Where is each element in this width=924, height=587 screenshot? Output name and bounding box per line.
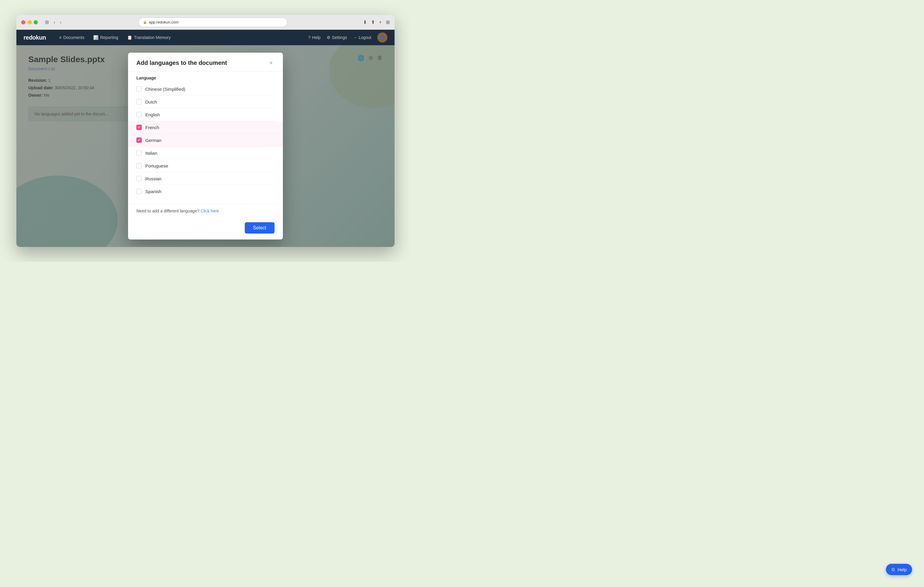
modal-footer-text: Need to add a different language? Click … bbox=[128, 204, 283, 218]
brand-logo: redokun bbox=[23, 34, 46, 41]
nav-translation-memory-label: Translation Memory bbox=[134, 35, 171, 40]
address-bar[interactable]: 🔒 app.redokun.com bbox=[139, 18, 287, 27]
checkbox-spanish[interactable] bbox=[136, 189, 142, 194]
nav-translation-memory[interactable]: 📋 Translation Memory bbox=[124, 33, 174, 42]
new-tab-icon[interactable]: + bbox=[379, 20, 382, 25]
modal-close-button[interactable]: × bbox=[267, 59, 274, 66]
list-item[interactable]: Chinese (Simplified) bbox=[136, 83, 274, 95]
checkbox-french[interactable] bbox=[136, 125, 142, 130]
back-button[interactable]: ‹ bbox=[53, 18, 56, 26]
documents-icon: ≡ bbox=[59, 35, 61, 40]
nav-documents[interactable]: ≡ Documents bbox=[55, 33, 88, 42]
navbar-links: ≡ Documents 📊 Reporting 📋 Translation Me… bbox=[55, 33, 299, 42]
grid-icon[interactable]: ⊞ bbox=[386, 19, 390, 25]
close-button[interactable] bbox=[21, 20, 25, 25]
list-item[interactable]: Portuguese bbox=[136, 159, 274, 172]
browser-controls: ⊞ ‹ › bbox=[44, 18, 63, 26]
language-name: German bbox=[145, 138, 162, 143]
share-icon[interactable]: ⬆ bbox=[371, 19, 375, 25]
list-item[interactable]: Dutch bbox=[136, 95, 274, 108]
language-name: Russian bbox=[145, 176, 162, 181]
nav-settings-label: Settings bbox=[332, 35, 347, 40]
checkbox-dutch[interactable] bbox=[136, 99, 142, 104]
maximize-button[interactable] bbox=[34, 20, 38, 25]
traffic-lights bbox=[21, 20, 38, 25]
checkbox-chinese[interactable] bbox=[136, 86, 142, 92]
nav-documents-label: Documents bbox=[63, 35, 84, 40]
modal-body: Language Chinese (Simplified) Dutch bbox=[128, 71, 283, 204]
settings-icon: ⚙ bbox=[327, 35, 330, 40]
nav-logout-label: Logout bbox=[358, 35, 371, 40]
list-item[interactable]: English bbox=[136, 108, 274, 121]
list-item[interactable]: Russian bbox=[136, 172, 274, 185]
modal: Add languages to the document × Language… bbox=[128, 53, 283, 240]
address-bar-container: 🔒 app.redokun.com bbox=[66, 18, 360, 27]
download-icon[interactable]: ⬇ bbox=[363, 19, 367, 25]
translation-memory-icon: 📋 bbox=[127, 35, 132, 40]
select-button[interactable]: Select bbox=[245, 222, 274, 233]
language-name: Portuguese bbox=[145, 163, 168, 168]
list-item[interactable]: French bbox=[128, 121, 283, 134]
navbar: redokun ≡ Documents 📊 Reporting 📋 Transl… bbox=[16, 30, 394, 45]
modal-title: Add languages to the document bbox=[136, 59, 227, 66]
checkbox-portuguese[interactable] bbox=[136, 163, 142, 168]
footer-link[interactable]: Click here bbox=[200, 209, 219, 213]
browser-right-controls: ⬇ ⬆ + ⊞ bbox=[363, 19, 390, 25]
help-nav-icon: ? bbox=[308, 35, 310, 40]
checkbox-german[interactable] bbox=[136, 138, 142, 143]
language-name: Spanish bbox=[145, 189, 162, 194]
list-item[interactable]: Spanish bbox=[136, 185, 274, 197]
language-name: French bbox=[145, 125, 159, 130]
avatar-initial: 👤 bbox=[380, 35, 385, 40]
modal-footer: Select bbox=[128, 218, 283, 240]
language-header: Language bbox=[136, 71, 274, 83]
checkbox-english[interactable] bbox=[136, 112, 142, 117]
modal-overlay: Add languages to the document × Language… bbox=[16, 45, 394, 247]
language-name: Italian bbox=[145, 151, 157, 156]
language-name: Chinese (Simplified) bbox=[145, 87, 185, 92]
minimize-button[interactable] bbox=[27, 20, 31, 25]
nav-reporting[interactable]: 📊 Reporting bbox=[90, 33, 122, 42]
checkbox-russian[interactable] bbox=[136, 176, 142, 181]
nav-help-label: Help bbox=[312, 35, 321, 40]
list-item[interactable]: Italian bbox=[136, 147, 274, 159]
language-name: English bbox=[145, 112, 160, 117]
language-name: Dutch bbox=[145, 99, 157, 104]
nav-help[interactable]: ? Help bbox=[308, 35, 321, 40]
sidebar-toggle[interactable]: ⊞ bbox=[44, 18, 50, 26]
nav-settings[interactable]: ⚙ Settings bbox=[327, 35, 347, 40]
list-item[interactable]: German bbox=[128, 134, 283, 147]
modal-header: Add languages to the document × bbox=[128, 53, 283, 71]
nav-reporting-label: Reporting bbox=[100, 35, 118, 40]
browser-window: ⊞ ‹ › 🔒 app.redokun.com ⬇ ⬆ + ⊞ redokun … bbox=[16, 15, 394, 247]
app-content: redokun ≡ Documents 📊 Reporting 📋 Transl… bbox=[16, 30, 394, 247]
lock-icon: 🔒 bbox=[143, 20, 147, 24]
reporting-icon: 📊 bbox=[93, 35, 98, 40]
url-text: app.redokun.com bbox=[149, 20, 179, 25]
forward-button[interactable]: › bbox=[59, 18, 63, 26]
navbar-right: ? Help ⚙ Settings → Logout 👤 bbox=[308, 33, 388, 43]
footer-text: Need to add a different language? bbox=[136, 209, 199, 213]
language-list: Chinese (Simplified) Dutch English bbox=[136, 83, 274, 197]
avatar[interactable]: 👤 bbox=[377, 33, 388, 43]
nav-logout[interactable]: → Logout bbox=[353, 35, 371, 40]
browser-titlebar: ⊞ ‹ › 🔒 app.redokun.com ⬇ ⬆ + ⊞ bbox=[16, 15, 394, 30]
main-content: 🌐 ⚙ 🗑 Sample Slides.pptx Document List R… bbox=[16, 45, 394, 247]
logout-icon: → bbox=[353, 35, 357, 40]
checkbox-italian[interactable] bbox=[136, 150, 142, 156]
